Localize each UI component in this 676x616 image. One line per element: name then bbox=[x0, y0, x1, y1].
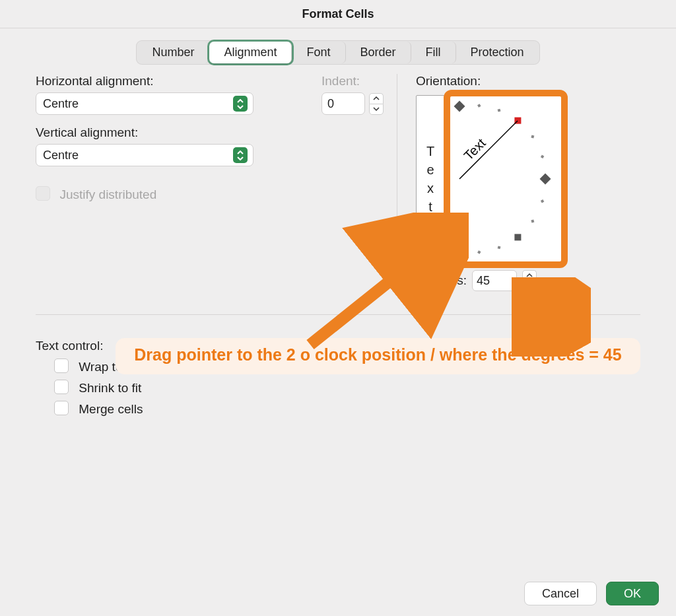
svg-rect-6 bbox=[541, 155, 544, 158]
vertical-glyph: t bbox=[428, 197, 432, 216]
indent-step-up[interactable] bbox=[369, 93, 384, 104]
tab-protection[interactable]: Protection bbox=[456, 42, 539, 63]
svg-rect-12 bbox=[514, 234, 521, 240]
svg-rect-0 bbox=[454, 101, 465, 112]
svg-rect-3 bbox=[477, 104, 481, 107]
dropdown-chevron-icon bbox=[233, 96, 248, 112]
tab-fill[interactable]: Fill bbox=[411, 42, 456, 63]
h-align-value: Centre bbox=[43, 97, 233, 111]
indent-value: 0 bbox=[327, 97, 334, 111]
h-align-select[interactable]: Centre bbox=[36, 92, 254, 115]
svg-rect-4 bbox=[498, 109, 501, 112]
svg-rect-8 bbox=[531, 220, 534, 223]
orientation-label: Orientation: bbox=[416, 74, 640, 88]
svg-rect-2 bbox=[454, 246, 465, 257]
degrees-step-up[interactable] bbox=[522, 270, 537, 281]
tab-number[interactable]: Number bbox=[137, 42, 209, 63]
merge-cells-checkbox[interactable] bbox=[54, 401, 69, 415]
tab-font[interactable]: Font bbox=[292, 42, 345, 63]
ok-button[interactable]: OK bbox=[606, 582, 659, 605]
chevron-up-icon bbox=[526, 273, 533, 277]
dialog-title: Format Cells bbox=[0, 0, 676, 28]
degrees-stepper[interactable] bbox=[522, 269, 537, 292]
chevron-down-icon bbox=[526, 284, 533, 288]
tab-border[interactable]: Border bbox=[346, 42, 411, 63]
orientation-dial[interactable]: Text bbox=[449, 95, 562, 263]
degrees-field[interactable]: 45 bbox=[472, 270, 517, 291]
tabs-segmented-control: Number Alignment Font Border Fill Protec… bbox=[136, 40, 539, 65]
vertical-glyph: T bbox=[426, 142, 434, 160]
indent-label: Indent: bbox=[321, 74, 384, 88]
v-align-label: Vertical alignment: bbox=[36, 125, 384, 140]
vertical-glyph: x bbox=[427, 179, 434, 197]
cancel-button[interactable]: Cancel bbox=[524, 582, 597, 605]
orientation-vertical-text-button[interactable]: T e x t bbox=[416, 95, 445, 263]
vertical-glyph: e bbox=[426, 160, 434, 179]
degrees-value: 45 bbox=[477, 274, 490, 288]
h-align-label: Horizontal alignment: bbox=[36, 74, 295, 88]
svg-rect-10 bbox=[477, 250, 481, 254]
svg-rect-5 bbox=[531, 135, 534, 139]
v-align-value: Centre bbox=[43, 149, 233, 162]
svg-text:Text: Text bbox=[461, 135, 489, 163]
shrink-to-fit-label: Shrink to fit bbox=[79, 381, 141, 395]
indent-field[interactable]: 0 bbox=[321, 92, 365, 115]
tab-alignment[interactable]: Alignment bbox=[209, 42, 292, 63]
svg-rect-1 bbox=[540, 174, 551, 185]
indent-step-down[interactable] bbox=[369, 104, 384, 115]
shrink-to-fit-checkbox[interactable] bbox=[54, 380, 69, 394]
justify-distributed-checkbox bbox=[36, 186, 50, 201]
indent-stepper[interactable] bbox=[369, 92, 384, 115]
chevron-up-icon bbox=[373, 96, 380, 100]
merge-cells-label: Merge cells bbox=[79, 402, 143, 416]
svg-rect-9 bbox=[498, 246, 501, 249]
annotation-callout: Drag pointer to the 2 o clock position /… bbox=[116, 338, 640, 374]
degrees-step-down[interactable] bbox=[522, 281, 537, 292]
justify-distributed-label: Justify distributed bbox=[59, 188, 156, 201]
v-align-select[interactable]: Centre bbox=[36, 144, 254, 166]
degrees-label: Degrees: bbox=[416, 273, 467, 288]
svg-rect-7 bbox=[541, 199, 544, 203]
chevron-down-icon bbox=[373, 107, 380, 111]
wrap-text-checkbox[interactable] bbox=[54, 359, 69, 373]
dropdown-chevron-icon bbox=[233, 147, 248, 163]
